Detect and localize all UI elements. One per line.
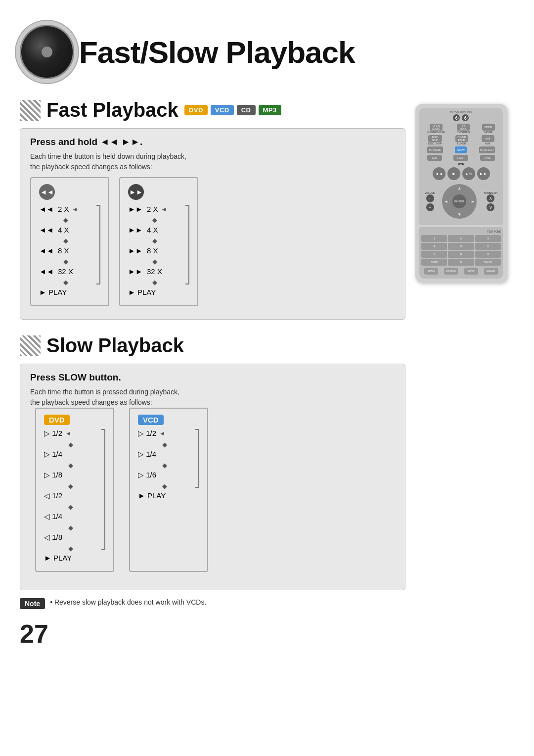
tv-video-btn[interactable]: TVVIDEO — [457, 124, 470, 131]
power-btn[interactable]: ⏻ — [453, 114, 460, 121]
step-fw-3: ►► 8 X — [128, 246, 181, 255]
remote-bottom-btns: ZOOM EZ MENU AUDIO REMAIN — [421, 268, 501, 275]
disc-skip-btn[interactable]: DISCSKIP — [428, 135, 442, 142]
dvd-s6: ◁ 1/8 — [44, 533, 97, 542]
fast-playback-icon — [20, 100, 41, 121]
zoom-btn[interactable]: ZOOM — [424, 268, 438, 275]
step-fw-diamond-2: ◆ — [128, 237, 181, 244]
transport-ff[interactable]: ►► — [477, 167, 490, 180]
disc-icon — [20, 25, 74, 79]
aux-btn[interactable]: AUX — [482, 135, 494, 142]
forward-diagram: ►► ►► 2 X ◄ ◆ ►► 4 X ◆ ►► 8 X ◆ ►► 32 X … — [119, 177, 198, 306]
step-rw-1: ◄◄ 2 X ◄ — [39, 205, 92, 213]
num-5[interactable]: 5 — [448, 243, 474, 250]
enter-btn[interactable]: ENTER — [452, 194, 466, 208]
badge-cd: CD — [237, 105, 256, 115]
main-layout: Fast Playback DVD VCD CD MP3 Press and h… — [20, 94, 514, 649]
remote-bottom: TEST TONE 1 2 3 4 5 6 7 8 9 SLEEP 0 — [419, 227, 503, 279]
step-fw-diamond-4: ◆ — [128, 279, 181, 286]
remote-row-1: OPENCLOSE OPEN/CLOSE TVVIDEO TV/VIDEO MO… — [421, 124, 501, 134]
step-fw-2: ►► 4 X — [128, 226, 181, 234]
page-title: Fast/Slow Playback — [79, 35, 355, 70]
nav-left[interactable]: ◄ — [444, 199, 448, 204]
vcd-s3: ▷ 1/6 — [138, 471, 191, 479]
slow-diagrams: DVD ▷ 1/2 ◄ ◆ ▷ 1/4 ◆ ▷ 1/8 ◆ ◁ 1/2 ◆ — [30, 408, 395, 572]
power-btn-2[interactable]: ⏻ — [462, 114, 469, 121]
dvd-slow-badge: DVD — [44, 415, 70, 425]
step-fw-4: ►► 32 X — [128, 267, 181, 276]
note-box: Note • Reverse slow playback does not wo… — [20, 598, 405, 609]
open-close-btn[interactable]: OPENCLOSE — [430, 124, 443, 131]
step-fw-1: ►► 2 X ◄ — [128, 205, 181, 213]
remain-btn[interactable]: REMAIN — [484, 268, 498, 275]
nav-right[interactable]: ► — [471, 199, 475, 204]
nav-down[interactable]: ▼ — [457, 212, 461, 217]
vol-tuning-row: VOLUME + − ▲ ▼ ◄ ► — [421, 182, 501, 221]
rewind-diagram: ◄◄ ◄◄ 2 X ◄ ◆ ◄◄ 4 X ◆ ◄◄ 8 X ◆ ◄◄ 32 X … — [30, 177, 109, 306]
vol-up-btn[interactable]: + — [426, 194, 434, 202]
fast-playback-title: Fast Playback — [46, 99, 178, 121]
num-4[interactable]: 4 — [421, 243, 447, 250]
step-rw-4: ◄◄ 32 X — [39, 267, 92, 276]
ez-menu-btn[interactable]: EZ MENU — [444, 268, 458, 275]
step-rw-diamond-1: ◆ — [39, 216, 92, 224]
num-1[interactable]: 1 — [421, 235, 447, 242]
slow-playback-title: Slow Playback — [46, 334, 184, 357]
tuner-btn[interactable]: TUNERBAND — [455, 135, 468, 142]
rewind-diagram-header: ◄◄ — [39, 184, 100, 200]
num-2[interactable]: 2 — [448, 235, 474, 242]
cancel-btn[interactable]: CANCEL — [475, 259, 501, 266]
remote-numpad: 1 2 3 4 5 6 7 8 9 SLEEP 0 CANCEL — [421, 235, 501, 266]
step-fw-play: ► PLAY — [128, 288, 181, 296]
mode-btn[interactable]: MODE — [482, 124, 495, 131]
num-3[interactable]: 3 — [475, 235, 501, 242]
remote-control: TV DVD RECEIVER ⏻ ⏻ OPENCLOSE OPEN/CLOSE — [415, 104, 507, 283]
rpss-btn[interactable]: RPSS — [480, 155, 495, 161]
nav-up[interactable]: ▲ — [457, 186, 461, 190]
step-rw-3: ◄◄ 8 X — [39, 246, 92, 255]
transport-stop[interactable]: ■ — [447, 167, 460, 180]
num-6[interactable]: 6 — [475, 243, 501, 250]
num-7[interactable]: 7 — [421, 251, 447, 258]
test-tone-row: TEST TONE — [421, 230, 501, 233]
step-fw-diamond-3: ◆ — [128, 258, 181, 265]
page-header: Fast/Slow Playback — [20, 25, 514, 79]
transport-rw[interactable]: ◄◄ — [433, 167, 445, 180]
vcd-s4: ► PLAY — [138, 491, 191, 500]
slow-btn[interactable]: SLOW — [455, 146, 467, 153]
cdm-btn[interactable]: CDM — [427, 155, 442, 161]
num-8[interactable]: 8 — [448, 251, 474, 258]
pl2-mode-btn[interactable]: PL II MODE — [427, 146, 443, 153]
step-rw-2: ◄◄ 4 X — [39, 226, 92, 234]
vol-down-btn[interactable]: − — [426, 203, 434, 211]
slow-playback-info-box: Press SLOW button. Each time the button … — [20, 364, 405, 590]
dvd-s4: ◁ 1/2 — [44, 491, 97, 500]
remote-row-2: DISCSKIP DISC SKIP TUNERBAND TUNER AUX A… — [421, 135, 501, 145]
tuning-down-btn[interactable]: ∨ — [487, 203, 494, 211]
num-9[interactable]: 9 — [475, 251, 501, 258]
sleep-btn[interactable]: SLEEP — [421, 259, 447, 266]
dvd-s3: ▷ 1/8 — [44, 471, 97, 479]
fast-playback-badges: DVD VCD CD MP3 — [184, 105, 281, 115]
dvd-s5: ◁ 1/4 — [44, 512, 97, 521]
fast-playback-info-text: Each time the button is held down during… — [30, 151, 395, 172]
slow-playback-icon — [20, 335, 41, 356]
lstar-btn[interactable]: L.Star+ — [453, 155, 468, 161]
remote-top: TV DVD RECEIVER ⏻ ⏻ OPENCLOSE OPEN/CLOSE — [419, 108, 503, 225]
left-content: Fast Playback DVD VCD CD MP3 Press and h… — [20, 94, 405, 649]
fast-playback-info-title: Press and hold ◄◄ ►►. — [30, 137, 395, 147]
tuning-up-btn[interactable]: ∧ — [487, 194, 494, 202]
step-rw-diamond-2: ◆ — [39, 237, 92, 244]
step-fw-diamond-1: ◆ — [128, 216, 181, 224]
rewind-btn-icon: ◄◄ — [39, 184, 55, 200]
transport-play[interactable]: ►/II — [462, 167, 475, 180]
forward-btn-icon: ►► — [128, 184, 144, 200]
badge-mp3: MP3 — [259, 105, 281, 115]
step-rw-diamond-4: ◆ — [39, 279, 92, 286]
audio-btn[interactable]: AUDIO — [464, 268, 478, 275]
slow-playback-header: Slow Playback — [20, 334, 405, 357]
page-number: 27 — [20, 619, 405, 649]
pl2-effect-btn[interactable]: PL II EFFECT — [479, 146, 495, 153]
num-0[interactable]: 0 — [448, 259, 474, 266]
fast-playback-info-box: Press and hold ◄◄ ►►. Each time the butt… — [20, 128, 405, 320]
